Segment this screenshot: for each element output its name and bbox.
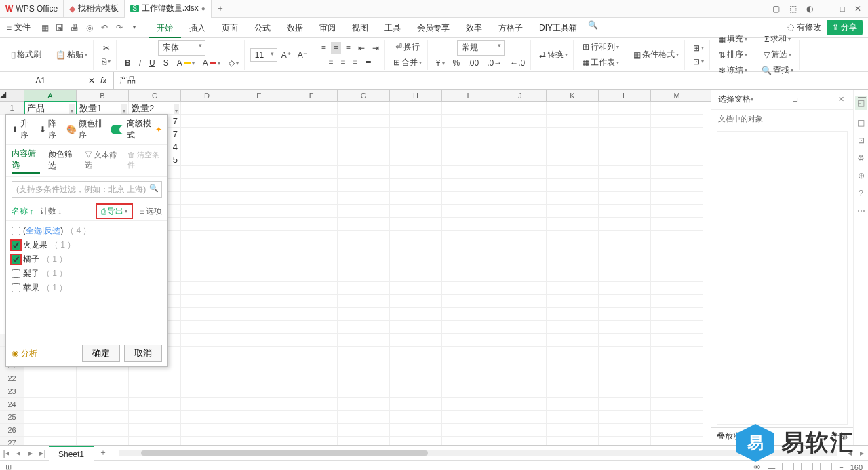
fill-button[interactable]: ▦ 填充▾ — [715, 32, 750, 46]
cell-a1[interactable]: 产品 — [24, 102, 77, 115]
col-header-e[interactable]: E — [233, 90, 285, 101]
quick-preview-icon[interactable]: ◎ — [82, 20, 97, 35]
view-layout-icon[interactable] — [801, 463, 813, 471]
col-header-a[interactable]: A — [24, 90, 77, 101]
content-filter-tab[interactable]: 内容筛选 — [12, 148, 40, 174]
col-header-f[interactable]: F — [285, 90, 338, 101]
quick-save-icon[interactable]: 🖫 — [52, 20, 67, 35]
sheet-first-icon[interactable]: |◂ — [0, 448, 12, 458]
filter-item-checkbox[interactable] — [12, 283, 20, 292]
collapse-side-icon[interactable]: — — [858, 92, 866, 102]
col-header-m[interactable]: M — [651, 90, 703, 101]
window-close-icon[interactable]: ✕ — [854, 4, 861, 14]
cell-b1[interactable]: 数量1 — [77, 102, 129, 115]
strike-button[interactable]: S — [161, 57, 172, 69]
window-minimize-icon[interactable]: — — [823, 4, 831, 14]
app-tab-workbook[interactable]: S工作簿数量.xlsx● — [125, 0, 212, 18]
sort-desc-button[interactable]: ⬇ 降序 — [39, 118, 60, 141]
analyze-button[interactable]: ◉ 分析 — [12, 348, 37, 359]
quick-more-icon[interactable]: ▾ — [127, 20, 142, 35]
quick-print-icon[interactable]: 🖶 — [67, 20, 82, 35]
sheet-next-icon[interactable]: ▸ — [24, 448, 37, 458]
worksheet-button[interactable]: ▦ 工作表▾ — [579, 56, 622, 70]
horizontal-scrollbar[interactable] — [119, 450, 837, 456]
scroll-right-icon[interactable]: ▸ — [856, 448, 868, 458]
dec-dec-icon[interactable]: ←.0 — [507, 57, 528, 69]
col-header-h[interactable]: H — [390, 90, 442, 101]
app-tab-template[interactable]: ◆找稻壳模板 — [64, 0, 125, 18]
rowcol-button[interactable]: ⊞ 行和列▾ — [580, 40, 622, 54]
formula-input[interactable]: 产品 — [114, 75, 868, 86]
ribbon-tab-efficiency[interactable]: 效率 — [458, 18, 490, 38]
quick-new-icon[interactable]: ▦ — [37, 20, 52, 35]
dash-icon[interactable]: — — [768, 463, 775, 471]
sum-button[interactable]: Σ 求和▾ — [762, 32, 793, 46]
align-bot-icon[interactable]: ≡ — [343, 42, 353, 54]
stack-down-icon[interactable]: ▾ — [762, 432, 766, 442]
quick-redo-icon[interactable]: ↷ — [112, 20, 127, 35]
comma-icon[interactable]: ‚00 — [465, 57, 481, 69]
size-up-icon[interactable]: A⁺ — [279, 48, 294, 62]
dec-inc-icon[interactable]: .0→ — [484, 57, 505, 69]
row-header[interactable]: 22 — [0, 372, 24, 385]
condfmt-button[interactable]: ▦条件格式▾ — [631, 47, 682, 62]
filter-item-checkbox[interactable] — [12, 255, 20, 264]
select-all-link[interactable]: 全选 — [26, 226, 42, 235]
side-pin-icon[interactable]: ⊐ — [790, 95, 800, 104]
col-header-c[interactable]: C — [129, 90, 181, 101]
side-close-icon[interactable]: ✕ — [836, 95, 846, 104]
ribbon-tab-page[interactable]: 页面 — [214, 18, 246, 38]
ribbon-tab-view[interactable]: 视图 — [344, 18, 376, 38]
cancel-button[interactable]: 取消 — [124, 345, 162, 362]
size-down-icon[interactable]: A⁻ — [295, 48, 310, 62]
add-sheet-button[interactable]: ＋ — [94, 447, 113, 458]
align-center-icon[interactable]: ≡ — [338, 56, 348, 68]
col-header-i[interactable]: I — [442, 90, 494, 101]
row-header[interactable]: 27 — [0, 437, 24, 445]
select-all-checkbox[interactable] — [12, 227, 20, 235]
select-all-corner[interactable]: ◢ — [0, 90, 24, 101]
italic-button[interactable]: I — [136, 57, 144, 69]
ribbon-tab-diy[interactable]: DIY工具箱 — [531, 18, 585, 38]
filter-button[interactable]: ▽ 筛选▾ — [761, 47, 794, 62]
rail-style-icon[interactable]: ◫ — [857, 118, 865, 128]
window-cube-icon[interactable]: ⬚ — [789, 4, 797, 14]
color-sort-button[interactable]: 🎨 颜色排序 — [66, 118, 104, 141]
table-style-button[interactable]: ⊡▾ — [690, 56, 707, 68]
col-header-g[interactable]: G — [338, 90, 390, 101]
size-select[interactable]: 11 — [250, 48, 277, 62]
filter-search-input[interactable]: (支持多条件过滤，例如：北京 上海) — [12, 181, 162, 198]
ribbon-tab-insert[interactable]: 插入 — [181, 18, 214, 38]
view-normal-icon[interactable] — [782, 463, 794, 471]
ribbon-tab-fangge[interactable]: 方格子 — [490, 18, 531, 38]
font-select[interactable]: 宋体 — [158, 40, 205, 56]
row-header[interactable]: 25 — [0, 411, 24, 424]
scroll-left-icon[interactable]: ◂ — [844, 448, 856, 458]
window-user-icon[interactable]: ◐ — [806, 4, 813, 14]
filter-item-checkbox[interactable] — [12, 241, 20, 250]
close-tab-icon[interactable]: ● — [201, 5, 205, 12]
align-top-icon[interactable]: ≡ — [319, 42, 329, 54]
color-filter-tab[interactable]: 颜色筛选 — [48, 149, 77, 173]
export-button[interactable]: ⎙ 导出▾ — [96, 203, 133, 219]
align-mid-icon[interactable]: ≡ — [331, 42, 341, 54]
stack-up-icon[interactable]: ▴ — [753, 432, 757, 442]
underline-button[interactable]: U — [146, 57, 158, 69]
new-tab-button[interactable]: ＋ — [212, 3, 229, 14]
ribbon-tab-formula[interactable]: 公式 — [246, 18, 279, 38]
col-header-j[interactable]: J — [494, 90, 547, 101]
indent-dec-icon[interactable]: ⇤ — [355, 42, 368, 54]
zoom-out-icon[interactable]: − — [839, 463, 843, 471]
row-header[interactable]: 23 — [0, 385, 24, 398]
sort-by-name-button[interactable]: 名称 ↑ — [12, 203, 33, 219]
merge-button[interactable]: ⊞ 合并▾ — [391, 56, 425, 70]
col-header-k[interactable]: K — [547, 90, 599, 101]
app-tab-wps[interactable]: WWPS Office — [0, 0, 64, 18]
convert-button[interactable]: ⇄ 转换▾ — [536, 47, 570, 62]
rail-help-icon[interactable]: ? — [859, 189, 863, 198]
copy-button[interactable]: ⎘▾ — [99, 56, 113, 68]
number-format-select[interactable]: 常规 — [457, 40, 505, 56]
text-filter-button[interactable]: ▽ 文本筛选 — [85, 150, 119, 172]
cancel-formula-icon[interactable]: ✕ — [88, 76, 95, 85]
sort-button[interactable]: ⇅ 排序▾ — [716, 47, 750, 62]
